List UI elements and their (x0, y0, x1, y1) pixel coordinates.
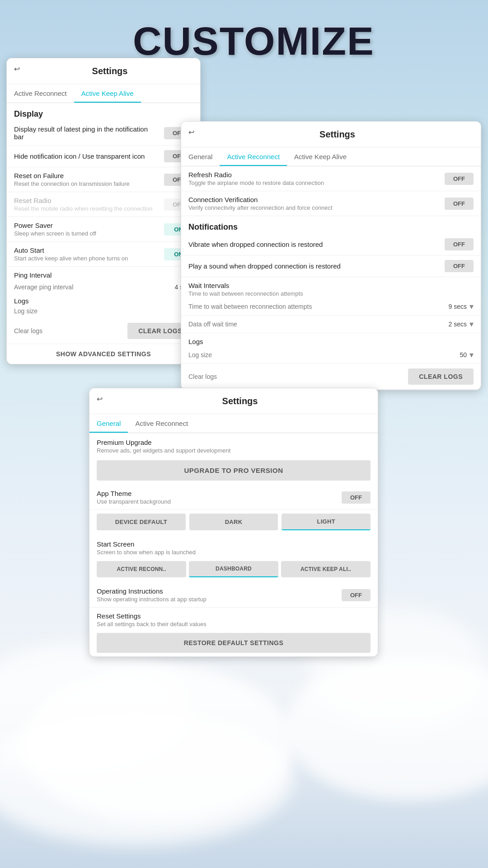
premium-title: Premium Upgrade (97, 439, 371, 446)
card2-tab-active-reconnect[interactable]: Active Reconnect (220, 147, 287, 166)
card2-clear-label: Clear logs (188, 373, 217, 380)
card1-clear-logs-row: Clear logs CLEAR LOGS (7, 318, 200, 344)
data-off-wait-arrow: ▾ (469, 319, 474, 329)
card2-tabs: General Active Reconnect Active Keep Ali… (181, 147, 481, 166)
wait-between-dropdown[interactable]: 9 secs ▾ (449, 302, 474, 311)
reset-settings-section: Reset Settings Set all settings back to … (89, 608, 378, 629)
card2-log-size-dropdown[interactable]: 50 ▾ (460, 350, 474, 360)
toggle-app-theme[interactable]: OFF (342, 491, 371, 504)
card1-clear-label: Clear logs (14, 327, 42, 335)
card3-back-icon[interactable]: ↩ (97, 395, 109, 407)
vibrate-label: Vibrate when dropped connection is resto… (188, 241, 439, 248)
setting-auto-start: Auto Start Start active keep alive when … (7, 242, 200, 267)
card3-tabs: General Active Reconnect (89, 414, 378, 433)
toggle-sound[interactable]: OFF (445, 260, 474, 272)
card1-log-size-label: Log size (14, 307, 38, 315)
card2-log-size-arrow: ▾ (469, 350, 474, 360)
card2-settings: ↩ Settings General Active Reconnect Acti… (181, 121, 481, 390)
setting-sound: Play a sound when dropped connection is … (181, 255, 481, 277)
tab-active-keep-alive[interactable]: Active Keep Alive (74, 84, 141, 103)
data-off-wait-label: Data off wait time (188, 321, 237, 328)
connection-verify-subtitle: Verify connectivity after reconnection a… (188, 204, 439, 211)
card2-logs-section: Logs (181, 333, 481, 346)
setting-app-theme: App Theme Use transparent background OFF (89, 485, 378, 510)
card2-tab-active-keep-alive[interactable]: Active Keep Alive (287, 147, 354, 166)
theme-light[interactable]: LIGHT (282, 514, 371, 530)
wait-between-label: Time to wait between reconnection attemp… (188, 303, 312, 310)
display-section-title: Display (7, 103, 200, 121)
card3-header: ↩ Settings (89, 388, 378, 414)
setting-power-saver: Power Saver Sleep when screen is turned … (7, 217, 200, 242)
reset-settings-subtitle: Set all settings back to their default v… (97, 621, 371, 627)
start-screen-options: ACTIVE RECONN.. DASHBOARD ACTIVE KEEP AL… (89, 557, 378, 583)
auto-start-subtitle: Start active keep alive when phone turns… (14, 255, 159, 262)
card1-tabs: Active Reconnect Active Keep Alive (7, 84, 200, 103)
card2-header: ↩ Settings (181, 122, 481, 147)
theme-dark[interactable]: DARK (189, 514, 278, 530)
reset-failure-subtitle: Reset the connection on transmission fai… (14, 180, 159, 187)
toggle-connection-verify[interactable]: OFF (445, 198, 474, 210)
card1-settings: ↩ Settings Active Reconnect Active Keep … (6, 58, 201, 364)
card1-logs-section: Logs (7, 292, 200, 306)
start-active-keep-alive[interactable]: ACTIVE KEEP ALI.. (281, 561, 371, 577)
card2-clear-logs-row: Clear logs CLEAR LOGS (181, 364, 481, 390)
card2-logs-title: Logs (188, 338, 474, 345)
tab-active-reconnect[interactable]: Active Reconnect (7, 84, 74, 103)
start-dashboard[interactable]: DASHBOARD (189, 561, 278, 577)
card2-log-size-label: Log size (188, 351, 212, 359)
restore-btn[interactable]: RESTORE DEFAULT SETTINGS (97, 633, 371, 653)
setting-reset-radio: Reset Radio Reset the mobile radio when … (7, 192, 200, 217)
card2-clear-logs-btn[interactable]: CLEAR LOGS (408, 368, 474, 385)
toggle-refresh-radio[interactable]: OFF (445, 173, 474, 185)
card2-body: Refresh Radio Toggle the airplane mode t… (181, 166, 481, 390)
ping-interval-label: Average ping interval (14, 283, 73, 291)
toggle-vibrate[interactable]: OFF (445, 238, 474, 250)
wait-between-row: Time to wait between reconnection attemp… (181, 298, 481, 316)
app-theme-title: App Theme (97, 490, 336, 497)
card1-title: Settings (27, 66, 193, 76)
card3-title: Settings (109, 396, 371, 406)
card3-settings: ↩ Settings General Active Reconnect Prem… (89, 388, 378, 657)
ping-interval-value-row: Average ping interval 4 secs (7, 280, 200, 292)
theme-device-default[interactable]: DEVICE DEFAULT (97, 514, 186, 530)
reset-radio-subtitle: Reset the mobile radio when resetting th… (14, 205, 159, 212)
reset-radio-title: Reset Radio (14, 197, 159, 204)
data-off-wait-dropdown[interactable]: 2 secs ▾ (449, 319, 474, 329)
sound-label: Play a sound when dropped connection is … (188, 262, 439, 270)
toggle-operating-instructions[interactable]: OFF (342, 589, 371, 601)
card2-back-icon[interactable]: ↩ (188, 128, 201, 141)
card2-tab-general[interactable]: General (181, 147, 220, 166)
wait-intervals-subtitle: Time to wait between reconnection attemp… (188, 290, 474, 297)
hide-notification-label: Hide notification icon / Use transparent… (14, 152, 159, 160)
page-title: CUSTOMIZE (133, 21, 359, 61)
start-active-reconnect[interactable]: ACTIVE RECONN.. (97, 561, 186, 577)
setting-display-ping: Display result of latest ping in the not… (7, 121, 200, 146)
ping-interval-section: Ping Interval (7, 267, 200, 280)
setting-vibrate: Vibrate when dropped connection is resto… (181, 234, 481, 255)
wait-intervals-section: Wait Intervals Time to wait between reco… (181, 277, 481, 298)
setting-refresh-radio: Refresh Radio Toggle the airplane mode t… (181, 166, 481, 191)
start-screen-section: Start Screen Screen to show when app is … (89, 536, 378, 557)
operating-subtitle: Show operating instructions at app start… (97, 596, 336, 603)
card1-back-icon[interactable]: ↩ (14, 65, 27, 77)
setting-connection-verification: Connection Verification Verify connectiv… (181, 191, 481, 216)
premium-subtitle: Remove ads, get widgets and support deve… (97, 447, 371, 454)
card1-log-size-row: Log size 50 (7, 306, 200, 318)
reset-settings-title: Reset Settings (97, 612, 371, 620)
theme-options-row: DEVICE DEFAULT DARK LIGHT (89, 510, 378, 536)
setting-reset-failure: Reset on Failure Reset the connection on… (7, 167, 200, 192)
show-advanced-btn[interactable]: SHOW ADVANCED SETTINGS (7, 344, 200, 364)
display-ping-label: Display result of latest ping in the not… (14, 125, 159, 141)
connection-verify-title: Connection Verification (188, 196, 439, 203)
power-saver-subtitle: Sleep when screen is turned off (14, 230, 159, 237)
card1-body: Display Display result of latest ping in… (7, 103, 200, 364)
refresh-radio-title: Refresh Radio (188, 171, 439, 179)
start-screen-title: Start Screen (97, 540, 371, 548)
wait-between-arrow: ▾ (469, 302, 474, 311)
upgrade-btn[interactable]: UPGRADE TO PRO VERSION (97, 460, 371, 481)
operating-title: Operating Instructions (97, 587, 336, 595)
card3-tab-active-reconnect[interactable]: Active Reconnect (128, 414, 195, 433)
reset-failure-title: Reset on Failure (14, 172, 159, 179)
premium-section: Premium Upgrade Remove ads, get widgets … (89, 433, 378, 456)
card3-tab-general[interactable]: General (89, 414, 128, 433)
